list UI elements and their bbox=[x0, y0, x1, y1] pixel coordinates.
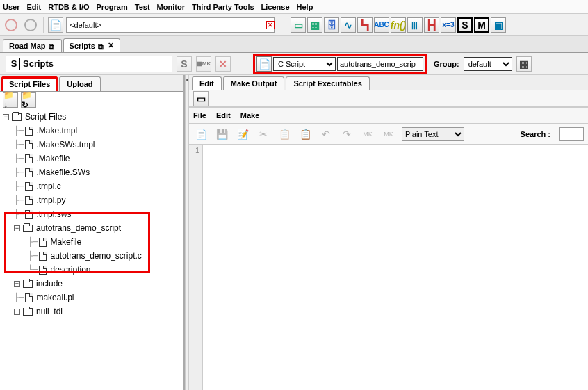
save-icon[interactable]: 💾 bbox=[214, 127, 229, 142]
default-combo[interactable] bbox=[66, 17, 275, 33]
new-script-icon[interactable]: 📄 bbox=[256, 56, 272, 72]
edit-icon[interactable]: 📝 bbox=[235, 127, 250, 142]
tool-db-icon[interactable]: 🗄 bbox=[324, 17, 339, 33]
file-icon bbox=[25, 154, 33, 163]
rtab-edit[interactable]: Edit bbox=[192, 76, 222, 90]
copy-icon[interactable]: 📋 bbox=[277, 127, 292, 142]
script-tool-mk-icon[interactable]: ▦MK bbox=[196, 56, 211, 72]
redo-icon[interactable]: ↷ bbox=[339, 127, 354, 142]
menu-edit[interactable]: Edit bbox=[26, 3, 41, 11]
tree-root[interactable]: − Script Files bbox=[3, 110, 181, 124]
tab-script-files[interactable]: Script Files bbox=[1, 76, 58, 91]
tree-folder[interactable]: +include bbox=[3, 277, 181, 291]
tool-m-icon[interactable]: M bbox=[474, 17, 489, 33]
file-icon bbox=[25, 210, 33, 219]
scripts-title: Scripts bbox=[23, 58, 54, 69]
page-icon[interactable]: 📄 bbox=[48, 17, 63, 33]
tree-item[interactable]: ├─.Make.tmpl bbox=[3, 124, 181, 138]
right-panel: Edit Make Output Script Executables ▭ Fi… bbox=[189, 75, 588, 390]
tool-x3-icon[interactable]: x=3 bbox=[441, 17, 456, 33]
code-editor[interactable] bbox=[203, 145, 588, 390]
folder-icon bbox=[23, 308, 33, 316]
tree-item[interactable]: ├─.tmpl.py bbox=[3, 193, 181, 207]
make2-icon[interactable]: MK bbox=[381, 127, 396, 142]
rtab-makeoutput[interactable]: Make Output bbox=[223, 76, 285, 90]
refresh-button[interactable] bbox=[22, 17, 39, 33]
script-name-input[interactable] bbox=[337, 57, 423, 71]
expand-icon[interactable]: + bbox=[14, 281, 20, 287]
clear-default-icon[interactable]: ✕ bbox=[266, 21, 275, 29]
expand-icon[interactable]: + bbox=[14, 309, 20, 315]
paste-icon[interactable]: 📋 bbox=[297, 127, 313, 142]
group-select[interactable]: default bbox=[464, 57, 512, 71]
tree-item[interactable]: ├─Makefile bbox=[3, 235, 181, 249]
tree-item[interactable]: ├─.tmpl.sws bbox=[3, 207, 181, 221]
cut-icon[interactable]: ✂ bbox=[256, 127, 271, 142]
tool-chip-icon[interactable]: ▣ bbox=[491, 17, 506, 33]
popout-icon[interactable]: ⧉ bbox=[98, 42, 105, 49]
tool-table-icon[interactable]: ▦ bbox=[307, 17, 322, 33]
tree-item[interactable]: ├─.Makefile bbox=[3, 152, 181, 165]
tab-upload[interactable]: Upload bbox=[59, 76, 100, 91]
tab-roadmap-label: Road Map bbox=[9, 42, 46, 50]
add-folder-icon[interactable]: 📁↓ bbox=[3, 92, 18, 108]
file-tree[interactable]: − Script Files ├─.Make.tmpl ├─.MakeSWs.t… bbox=[0, 108, 183, 390]
tree-item[interactable]: └─description bbox=[3, 263, 181, 277]
menu-program[interactable]: Program bbox=[97, 3, 128, 11]
tree-item[interactable]: ├─.tmpl.c bbox=[3, 179, 181, 193]
search-input[interactable] bbox=[559, 127, 584, 141]
file-icon bbox=[25, 196, 33, 205]
collapse-icon[interactable]: − bbox=[14, 225, 20, 231]
menu-thirdparty[interactable]: Third Party Tools bbox=[192, 3, 254, 11]
s-icon: S bbox=[8, 58, 20, 70]
left-tabs: Script Files Upload bbox=[0, 75, 183, 92]
menu-monitor[interactable]: Monitor bbox=[157, 3, 185, 11]
collapse-icon[interactable]: − bbox=[3, 114, 9, 120]
close-icon[interactable]: ✕ bbox=[108, 41, 114, 50]
file-icon bbox=[39, 238, 47, 247]
script-tool-del-icon[interactable]: ✕ bbox=[215, 56, 231, 72]
tool-net-icon[interactable]: ┗┓ bbox=[357, 17, 373, 33]
popout-icon[interactable]: ⧉ bbox=[49, 42, 56, 49]
rtab-executables[interactable]: Script Executables bbox=[286, 76, 369, 90]
tree-item[interactable]: ├─.Makefile.SWs bbox=[3, 165, 181, 179]
separator bbox=[279, 17, 279, 33]
menu-help[interactable]: Help bbox=[297, 3, 313, 11]
language-select[interactable]: Plain Text bbox=[402, 127, 464, 141]
editor-window-icon[interactable]: ▭ bbox=[193, 91, 209, 106]
tool-abc-icon[interactable]: ABC bbox=[374, 17, 389, 33]
menu-rtdb[interactable]: RTDB & I/O bbox=[48, 3, 89, 11]
tree-item[interactable]: ├─.MakeSWs.tmpl bbox=[3, 138, 181, 152]
editor-menu-file[interactable]: File bbox=[193, 111, 206, 120]
editor-menu-make[interactable]: Make bbox=[240, 111, 260, 120]
file-icon bbox=[25, 293, 33, 302]
tool-bars-icon[interactable]: ⫼ bbox=[407, 17, 423, 33]
menu-user[interactable]: User bbox=[3, 3, 19, 11]
script-tool-s-icon[interactable]: S bbox=[177, 56, 192, 72]
file-icon bbox=[25, 182, 33, 191]
editor-tabs: Edit Make Output Script Executables bbox=[189, 75, 588, 90]
menu-license[interactable]: License bbox=[261, 3, 290, 11]
editor-menu-edit[interactable]: Edit bbox=[216, 111, 231, 120]
stop-button[interactable] bbox=[3, 17, 19, 33]
tool-fn-icon[interactable]: fn() bbox=[391, 17, 406, 33]
undo-icon[interactable]: ↶ bbox=[318, 127, 334, 142]
tab-scripts[interactable]: Scripts ⧉ ✕ bbox=[63, 38, 120, 52]
tree-item[interactable]: ├─makeall.pl bbox=[3, 291, 181, 304]
tool-monitor-icon[interactable]: ▭ bbox=[291, 17, 306, 33]
make-icon[interactable]: MK bbox=[360, 127, 375, 142]
tree-folder-autotrans[interactable]: −autotrans_demo_script bbox=[3, 221, 181, 235]
menu-test[interactable]: Test bbox=[135, 3, 150, 11]
tool-s-icon[interactable]: S bbox=[457, 17, 473, 33]
tree-root-label: Script Files bbox=[25, 112, 66, 122]
new-file-icon[interactable]: 📄 bbox=[193, 127, 209, 142]
tree-folder[interactable]: +null_tdl bbox=[3, 304, 181, 318]
script-type-select[interactable]: C Script bbox=[273, 57, 336, 71]
main-toolbar: 📄 ✕ ▭ ▦ 🗄 ∿ ┗┓ ABC fn() ⫼ ┣┫ x=3 S M ▣ bbox=[0, 14, 588, 36]
tool-wave-icon[interactable]: ∿ bbox=[341, 17, 356, 33]
tree-item[interactable]: ├─autotrans_demo_script.c bbox=[3, 249, 181, 263]
refresh-tree-icon[interactable]: 📁↻ bbox=[21, 92, 36, 108]
group-config-icon[interactable]: ▦ bbox=[516, 56, 532, 72]
tab-roadmap[interactable]: Road Map ⧉ bbox=[3, 39, 62, 52]
tool-net2-icon[interactable]: ┣┫ bbox=[424, 17, 439, 33]
